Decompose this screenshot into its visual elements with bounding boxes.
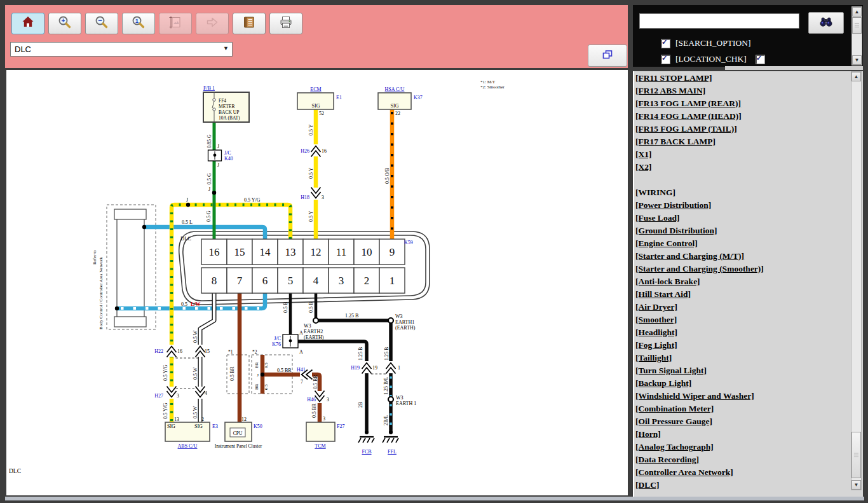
- wiring-link[interactable]: [Oil Pressure Gauge]: [635, 415, 863, 428]
- diagram-label: 2B/L: [383, 415, 389, 425]
- diagram-label: ABS C/U: [178, 443, 198, 449]
- search-option-checkbox[interactable]: ✓: [661, 39, 670, 48]
- can-bus-reference: [107, 205, 156, 329]
- location-extra-checkbox[interactable]: ✓: [756, 55, 765, 64]
- diagram-label: 19: [372, 365, 377, 371]
- location-chk-checkbox[interactable]: ✓: [661, 55, 670, 64]
- index-button[interactable]: [233, 13, 266, 34]
- diagram-label: 2: [201, 417, 204, 422]
- wiring-link[interactable]: [FR17 BACK LAMP]: [635, 135, 863, 148]
- diagram-label: 0.5 BR: [313, 375, 318, 389]
- wiring-link[interactable]: [Windshield Wiper and Washer]: [635, 390, 863, 403]
- wiring-link[interactable]: [Engine Control]: [635, 237, 863, 250]
- chevron-down-icon: ▼: [223, 45, 229, 52]
- scroll-down-button[interactable]: ▼: [852, 55, 862, 65]
- diagram-select[interactable]: DLC ▼: [10, 42, 233, 57]
- diagram-label: J: [257, 373, 259, 378]
- diagram-label: 0.5 W: [193, 406, 198, 418]
- wiring-link[interactable]: [FR13 FOG LAMP (REAR)]: [635, 97, 863, 110]
- wiring-link[interactable]: [WIRING]: [635, 186, 863, 199]
- diagram-label: 0.5: [264, 362, 269, 368]
- dlc-pin-number: 2: [364, 275, 370, 287]
- scroll-up-button[interactable]: ▲: [852, 7, 862, 17]
- zoom-in-button[interactable]: +: [48, 13, 81, 34]
- diagram-label: FFL: [388, 449, 397, 455]
- scrollbar-thumb[interactable]: [852, 17, 862, 34]
- wiring-link[interactable]: [Turn Signal Light]: [635, 364, 863, 377]
- wiring-link[interactable]: [FR11 STOP LAMP]: [635, 72, 863, 85]
- open-new-window-button[interactable]: [588, 45, 627, 67]
- diagram-label: 0.5 Y: [308, 210, 314, 222]
- wiring-link[interactable]: [Horn]: [635, 428, 863, 441]
- search-panel-scrollbar[interactable]: ▲ ▼: [851, 6, 862, 65]
- wiring-link[interactable]: [FR12 ABS MAIN]: [635, 85, 863, 97]
- wiring-link[interactable]: [X1]: [635, 148, 863, 161]
- wiring-link[interactable]: [Combination Meter]: [635, 403, 863, 415]
- wiring-link[interactable]: [Backup Light]: [635, 377, 863, 390]
- diagram-label: 0.5 B: [308, 302, 314, 313]
- zoom-actual-button[interactable]: 1: [122, 13, 155, 34]
- diagram-label: Instrument Panel Cluster: [215, 443, 262, 449]
- diagram-label: J: [217, 162, 219, 168]
- diagram-label: F27: [337, 424, 344, 429]
- diagram-label: F/B 1: [203, 85, 215, 91]
- wiring-link[interactable]: [Headlight]: [635, 326, 863, 339]
- diagram-label: 0.5 O/B: [384, 168, 390, 184]
- zoom-out-button[interactable]: −: [85, 13, 118, 34]
- diagram-label: K76: [272, 341, 281, 347]
- diagram-label: METER: [219, 104, 234, 109]
- forward-button: [196, 13, 229, 34]
- diagram-label: 13: [174, 417, 179, 422]
- diagram-label: 3: [323, 416, 325, 422]
- wiring-link[interactable]: [Anti-lock Brake]: [635, 275, 863, 288]
- horizontal-scrollbar-remnant[interactable]: [725, 66, 863, 70]
- diagram-label: *2: Smoother: [480, 85, 505, 90]
- wiring-link[interactable]: [Fuse Load]: [635, 212, 863, 224]
- wiring-link[interactable]: [Power Distribution]: [635, 199, 863, 212]
- dlc-pin-number: 15: [234, 246, 245, 258]
- dlc-pin-number: 16: [209, 246, 220, 258]
- scrollbar-thumb[interactable]: [851, 432, 861, 478]
- diagram-label: K59: [404, 240, 413, 245]
- wiring-link[interactable]: [FR14 FOG LAMP (HEAD)]: [635, 110, 863, 123]
- diagram-label: CPU: [233, 431, 243, 436]
- wiring-link[interactable]: [FR15 FOG LAMP (TAIL)]: [635, 123, 863, 135]
- diagram-canvas[interactable]: 16151413121110987654321: [6, 70, 628, 495]
- earth-splice: [313, 318, 318, 323]
- wiring-link[interactable]: [Data Recording]: [635, 453, 863, 466]
- wiring-link[interactable]: [Ground Distribution]: [635, 224, 863, 237]
- diagram-label: 1.25 B: [358, 347, 363, 361]
- wiring-link[interactable]: [Analog Tachograph]: [635, 441, 863, 453]
- wiring-link[interactable]: [Starter and Charging (Smoother)]: [635, 263, 863, 275]
- diagram-label: J: [217, 144, 219, 149]
- print-button[interactable]: [269, 13, 302, 34]
- scroll-up-button[interactable]: ▲: [851, 72, 861, 81]
- dlc-pin-number: 13: [285, 246, 296, 258]
- index-scrollbar[interactable]: ▲ ▼: [851, 71, 862, 490]
- wiring-link[interactable]: [Controller Area Network]: [635, 466, 863, 479]
- home-button[interactable]: [11, 13, 44, 34]
- wiring-link[interactable]: [X2]: [635, 161, 863, 174]
- diagram-label: 0.5 L: [182, 219, 193, 225]
- fit-page-button: [159, 13, 192, 34]
- scroll-down-button[interactable]: ▼: [851, 480, 861, 490]
- diagram-label: J: [208, 186, 210, 192]
- ground-fcb: [358, 437, 374, 443]
- search-button[interactable]: [808, 12, 844, 34]
- wiring-link[interactable]: [DLC]: [635, 479, 863, 492]
- wiring-link[interactable]: [Hill Start Aid]: [635, 288, 863, 301]
- diagram-label: 0.5: [264, 384, 269, 390]
- diagram-label: 16: [322, 148, 327, 154]
- wiring-link[interactable]: [Starter and Charging (M/T)]: [635, 250, 863, 263]
- diagram-label: 16: [177, 348, 182, 354]
- wiring-link[interactable]: [Smoother]: [635, 314, 863, 326]
- diagram-label: DLC: [180, 235, 191, 242]
- wiring-link[interactable]: [Taillight]: [635, 352, 863, 364]
- zoom-actual-icon: 1: [131, 15, 146, 32]
- wiring-link[interactable]: [Air Dryer]: [635, 301, 863, 314]
- diagram-label: 0.5 W: [193, 367, 198, 380]
- search-input[interactable]: [639, 13, 799, 29]
- window-bottom-edge: [5, 497, 864, 500]
- wiring-link[interactable]: [Fog Light]: [635, 339, 863, 352]
- diagram-label: SIG: [312, 103, 320, 109]
